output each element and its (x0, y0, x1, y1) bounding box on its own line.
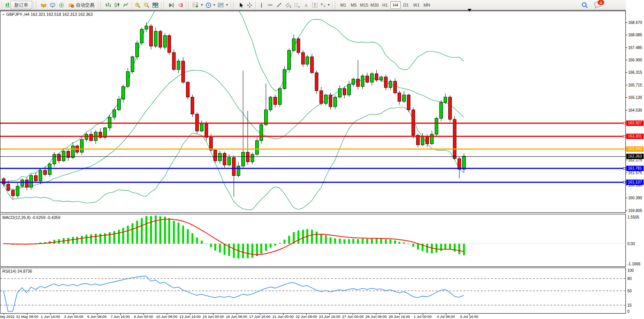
chart-shift-icon (177, 2, 183, 8)
toolbar-grip[interactable] (36, 2, 38, 8)
dropdown-caret-icon (226, 4, 228, 6)
signal-icon (58, 2, 65, 8)
price-axis-tick: 166.315 (626, 70, 642, 75)
auto-trading-icon (68, 2, 75, 8)
price-axis-tick: 168.085 (626, 32, 642, 37)
arrows-button[interactable] (319, 1, 331, 9)
search-button[interactable] (580, 1, 589, 9)
toolbar-grip[interactable] (100, 2, 102, 8)
search-icon (581, 2, 588, 8)
time-axis[interactable]: 30 May 202231 May 08:001 Jun 16:003 Jun … (0, 314, 626, 319)
time-axis-label: 22 Jun 08:00 (296, 314, 317, 319)
macd-axis-tick: 0.00 (626, 241, 635, 246)
rsi-axis-tick: 0 (626, 309, 630, 314)
separator (231, 1, 231, 9)
timeframe-W1[interactable]: W1 (411, 1, 422, 9)
time-axis-label: 3 Jun 00:00 (64, 314, 84, 319)
line-chart-icon (123, 2, 129, 8)
periods-button[interactable] (204, 1, 217, 9)
templates-button[interactable] (217, 1, 229, 9)
price-line-marker-icon (623, 181, 625, 183)
cursor-icon (238, 2, 244, 8)
chat-button[interactable]: 1 (593, 1, 603, 9)
fibonacci-button[interactable]: F (292, 1, 301, 9)
trendline-icon (276, 2, 282, 8)
timeframe-group: M1M5M15M30H1H4D1W1MN (338, 1, 432, 9)
timeframe-M15[interactable]: M15 (359, 1, 369, 9)
zoom-out-button[interactable] (142, 1, 151, 9)
price-line-badge: 162.363 (626, 154, 644, 159)
auto-scroll-button[interactable] (167, 1, 176, 9)
time-axis-label: 7 Jun 16:00 (111, 314, 130, 319)
signal-button[interactable] (57, 1, 66, 9)
time-axis-label: 15 Jun 00:00 (203, 314, 224, 319)
market-watch-button[interactable] (39, 1, 48, 9)
rsi-canvas[interactable] (0, 268, 625, 313)
auto-trading-button[interactable]: 自动交易 (66, 1, 97, 9)
toolbar-grip[interactable] (233, 2, 235, 8)
tile-windows-button[interactable] (151, 1, 160, 9)
main-chart-canvas[interactable] (0, 11, 625, 212)
toolbar-grip[interactable] (335, 2, 337, 8)
vertical-line-button[interactable] (257, 1, 266, 9)
price-axis-tick: 168.670 (626, 20, 642, 25)
trendline-button[interactable] (275, 1, 284, 9)
add-indicator-button[interactable] (191, 1, 204, 9)
text-button[interactable]: A (301, 1, 310, 9)
timeframe-M5[interactable]: M5 (348, 1, 359, 9)
macd-axis-tick: -1.1666 (626, 261, 641, 266)
label-letter: T (313, 3, 316, 7)
timeframe-D1[interactable]: D1 (401, 1, 411, 9)
timeframe-H1[interactable]: H1 (380, 1, 390, 9)
rsi-axis-tick: 80 (626, 276, 632, 281)
toolbar-grip[interactable] (2, 2, 4, 8)
toolbar-grip[interactable] (188, 2, 190, 8)
fibo-letter: F (298, 5, 300, 8)
text-letter: A (304, 3, 307, 8)
line-chart-button[interactable] (121, 1, 130, 9)
fibonacci-icon: F (294, 2, 300, 8)
bar-chart-button[interactable] (104, 1, 113, 9)
candlestick-chart-button[interactable] (113, 1, 121, 9)
toolbar-grip[interactable] (163, 2, 166, 8)
data-window-button[interactable] (48, 1, 57, 9)
chart-menu-caret-icon[interactable] (2, 14, 5, 15)
chart-shift-marker-icon[interactable] (468, 9, 471, 12)
timeframe-M30[interactable]: M30 (369, 1, 380, 9)
horizontal-line-button[interactable] (266, 1, 275, 9)
rsi-axis-tick: 15 (626, 303, 632, 308)
periods-clock-icon (205, 2, 212, 8)
data-window-icon (50, 2, 56, 8)
horizontal-line-icon (267, 2, 273, 8)
price-axis[interactable]: 168.670168.085167.485166.900166.315165.7… (626, 0, 644, 319)
macd-label: MACD(12,26,9) -0.6259 -0.4359 (2, 215, 60, 220)
zoom-in-icon (135, 2, 141, 8)
cursor-button[interactable] (236, 1, 245, 9)
equidistant-channel-button[interactable]: E (284, 1, 292, 9)
timeframe-MN[interactable]: MN (422, 1, 432, 9)
zoom-in-button[interactable] (133, 1, 142, 9)
price-line-marker-icon (623, 148, 625, 150)
chart-shift-button[interactable] (176, 1, 184, 9)
candlestick-chart-icon (114, 2, 120, 8)
price-line-marker-icon (623, 135, 625, 137)
price-axis-tick: 159.805 (626, 208, 642, 213)
separator (332, 1, 333, 9)
time-axis-label: 17 Jun 16:00 (249, 314, 270, 319)
price-axis-tick: 160.390 (626, 195, 642, 200)
price-line-badge: 163.301 (626, 134, 644, 139)
text-label-button[interactable]: T (310, 1, 319, 9)
add-indicator-icon (193, 2, 199, 8)
separator (255, 1, 256, 9)
chart-title: GBPJPY-,H4 162.321 162.518 162.313 162.3… (2, 12, 93, 17)
new-order-label: 新订单 (14, 2, 28, 8)
timeframe-H4[interactable]: H4 (390, 1, 401, 9)
time-axis-label: 4 Jul 08:00 (437, 314, 455, 319)
price-line-badge: 161.137 (626, 180, 644, 185)
timeframe-M1[interactable]: M1 (338, 1, 348, 9)
macd-canvas[interactable] (0, 214, 625, 266)
crosshair-button[interactable] (245, 1, 254, 9)
new-order-button[interactable]: 新订单 (10, 1, 32, 9)
crosshair-icon (247, 2, 253, 8)
toolbar: 新订单 自动交易 (0, 0, 644, 10)
